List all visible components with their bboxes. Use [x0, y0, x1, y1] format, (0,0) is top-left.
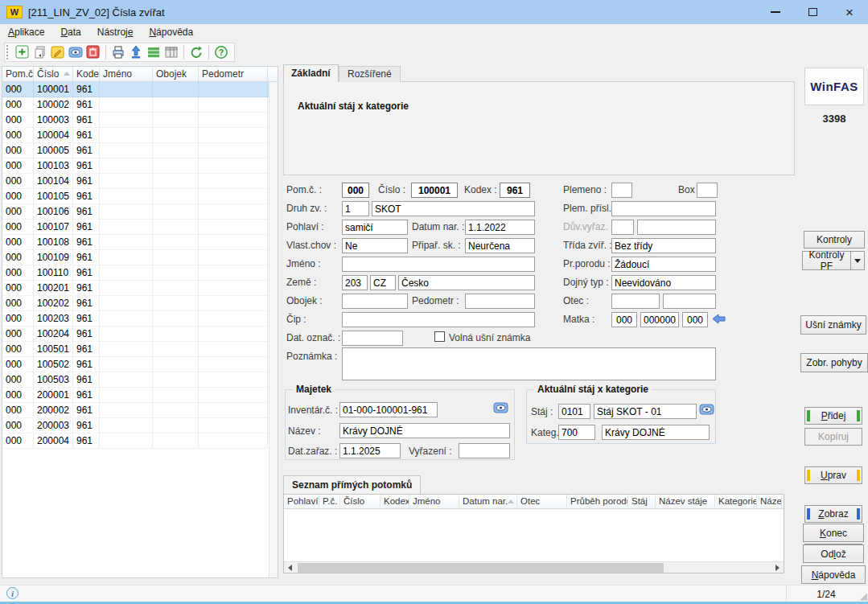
scroll-left-icon[interactable] [284, 562, 296, 573]
zeme-kod-input[interactable] [342, 275, 368, 290]
table-row[interactable]: 000100108961 [2, 235, 278, 250]
pridej-button[interactable]: Přidej [804, 407, 862, 425]
column-header-5[interactable]: Pedometr [199, 67, 268, 81]
info-icon[interactable]: i [6, 587, 19, 599]
table-row[interactable]: 000100110961 [2, 265, 278, 281]
maximize-button[interactable] [794, 0, 831, 24]
pedometr-input[interactable] [465, 294, 535, 309]
menu-aplikace[interactable]: Aplikace [0, 24, 52, 42]
column-header-2[interactable]: Kodex [73, 67, 100, 81]
table-row[interactable]: 000100001961 [2, 82, 278, 97]
print-icon[interactable] [110, 44, 126, 60]
animal-table-vscrollbar[interactable] [269, 82, 278, 577]
hscroll-thumb[interactable] [298, 563, 664, 573]
resize-grip[interactable]: ◢ [860, 591, 867, 601]
menu-nastroje[interactable]: Nástroje [89, 24, 142, 42]
dat-zaraz-input[interactable] [339, 443, 401, 458]
aktualni-kateg-nazev-input[interactable] [602, 425, 710, 440]
columns-icon[interactable] [163, 44, 179, 60]
column-header-3[interactable]: Kodex [381, 495, 409, 508]
list-icon[interactable] [146, 44, 162, 60]
column-header-0[interactable]: Pom.č. [2, 67, 34, 81]
menu-data[interactable]: Data [52, 24, 88, 42]
column-header-3[interactable]: Jméno [100, 67, 153, 81]
column-header-1[interactable]: Číslo [34, 67, 73, 81]
close-button[interactable]: × [831, 0, 868, 24]
table-row[interactable]: 000100104961 [2, 174, 278, 189]
view-icon[interactable] [68, 44, 84, 60]
edit-icon[interactable] [50, 44, 66, 60]
table-row[interactable]: 000200002961 [2, 403, 278, 418]
copy-icon[interactable] [32, 44, 48, 60]
column-header-2[interactable]: Číslo [340, 495, 381, 508]
pohlavi-input[interactable] [342, 220, 408, 235]
aktualni-kateg-kod-input[interactable] [558, 425, 595, 440]
jmeno-input[interactable] [342, 257, 535, 272]
matka-kodex-input[interactable] [682, 312, 708, 327]
napoveda-button[interactable]: Nápověda [801, 565, 866, 584]
column-header-5[interactable]: Datum nar. [459, 495, 517, 508]
vyrazeni-input[interactable] [459, 443, 510, 458]
pom-c-input[interactable] [342, 183, 369, 198]
inventar-view-icon[interactable] [493, 402, 508, 416]
majetek-nazev-input[interactable] [339, 423, 510, 438]
table-row[interactable]: 000200003961 [2, 418, 278, 433]
toolbar-grip[interactable] [6, 45, 10, 60]
usni-znamky-button[interactable]: Ušní známky [800, 315, 866, 335]
column-header-8[interactable]: Stáj [628, 495, 656, 508]
table-row[interactable]: 000100004961 [2, 128, 278, 143]
menu-napoveda[interactable]: Nápověda [141, 24, 201, 42]
druh-zv-nazev-input[interactable] [372, 201, 535, 216]
kontroly-pf-dropdown-button[interactable] [851, 251, 865, 270]
refresh-icon[interactable] [188, 44, 204, 60]
help-icon[interactable]: ? [213, 44, 229, 60]
odloz-button[interactable]: Odlož [803, 544, 864, 563]
matka-pom-input[interactable] [611, 312, 637, 327]
druh-zv-kod-input[interactable] [342, 201, 369, 216]
aktualni-staj-kod-input[interactable] [558, 404, 590, 419]
cip-input[interactable] [342, 312, 535, 327]
tab-rozsirene[interactable]: Rozšířené [339, 66, 401, 82]
column-header-6[interactable]: Otec [517, 495, 567, 508]
pripar-sk-input[interactable] [465, 238, 535, 253]
table-row[interactable]: 000100103961 [2, 158, 278, 174]
scroll-right-icon[interactable] [771, 562, 784, 573]
poznamka-textarea[interactable] [342, 347, 716, 380]
duv-vyraz-name-input[interactable] [637, 220, 716, 235]
vlast-chov-input[interactable] [342, 238, 408, 253]
inventar-input[interactable] [339, 402, 438, 417]
plemeno-input[interactable] [611, 183, 632, 198]
potomci-hscrollbar[interactable] [284, 561, 784, 573]
pr-porodu-input[interactable] [611, 257, 716, 272]
table-row[interactable]: 000200001961 [2, 388, 278, 403]
column-header-4[interactable]: Obojek [153, 67, 199, 81]
zobraz-button[interactable]: Zobraz [804, 505, 862, 523]
dojny-typ-input[interactable] [611, 275, 716, 290]
table-row[interactable]: 000100201961 [2, 281, 278, 296]
zeme-zkr-input[interactable] [370, 275, 396, 290]
delete-icon[interactable] [85, 44, 101, 60]
volna-usni-checkbox[interactable] [434, 331, 445, 342]
matka-cislo-input[interactable] [640, 312, 679, 327]
table-row[interactable]: 000100106961 [2, 204, 278, 220]
datum-nar-input[interactable] [465, 220, 535, 235]
otec-kodex-input[interactable] [663, 294, 716, 309]
table-row[interactable]: 000100203961 [2, 311, 278, 327]
trida-zvir-input[interactable] [611, 238, 716, 253]
table-row[interactable]: 000100002961 [2, 97, 278, 113]
tab-zakladni[interactable]: Základní [283, 64, 339, 82]
table-row[interactable]: 000100503961 [2, 372, 278, 388]
uprav-button[interactable]: Uprav [804, 466, 862, 484]
aktualni-staj-nazev-input[interactable] [594, 404, 697, 419]
kontroly-button[interactable]: Kontroly [804, 231, 865, 249]
table-row[interactable]: 000100003961 [2, 113, 278, 128]
aktualni-staj-view-icon[interactable] [699, 404, 714, 417]
duv-vyraz-code-input[interactable] [611, 220, 634, 235]
cislo-input[interactable] [411, 183, 458, 198]
column-header-0[interactable]: Pohlaví [284, 495, 319, 508]
column-header-4[interactable]: Jméno [409, 495, 459, 508]
otec-cislo-input[interactable] [611, 294, 660, 309]
matka-goto-arrow-icon[interactable] [712, 314, 726, 327]
kodex-input[interactable] [500, 183, 530, 198]
obojek-input[interactable] [342, 294, 408, 309]
